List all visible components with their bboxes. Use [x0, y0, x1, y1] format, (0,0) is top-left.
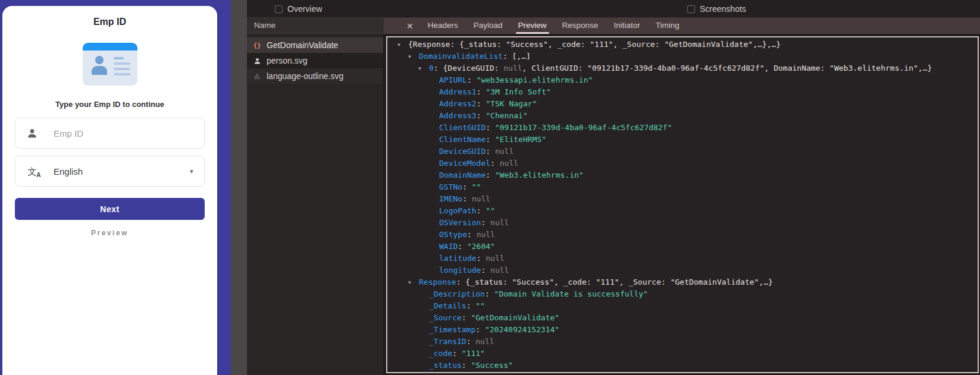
- tree-row[interactable]: ▼Response: {_status: "Success", _code: "…: [387, 276, 978, 288]
- braces-icon: {}: [252, 42, 262, 49]
- tree-row: OStype: null: [387, 229, 978, 241]
- expand-arrow-icon[interactable]: ▼: [418, 63, 429, 74]
- tree-row: DomainName: "Web3.elitehrms.in": [387, 169, 978, 181]
- tree-row: _Timestamp: "20240924152314": [387, 324, 978, 336]
- id-card-person-icon: [91, 56, 108, 78]
- network-request-list: {}GetDomainValidateperson.svglanguage-ou…: [247, 34, 384, 375]
- tree-row: Address2: "TSK Nagar": [387, 98, 978, 110]
- tree-row: ClientName: "EliteHRMS": [387, 134, 978, 146]
- expand-arrow-icon[interactable]: ▼: [397, 39, 408, 51]
- request-row[interactable]: {}GetDomainValidate: [247, 37, 383, 53]
- translate-icon: 文A: [25, 167, 39, 176]
- tree-row: ClientGUID: "09121b17-339d-4ba0-96af-4c5…: [387, 122, 978, 134]
- language-value: English: [54, 166, 189, 177]
- next-button[interactable]: Next: [15, 198, 205, 220]
- request-name: language-outline.svg: [267, 71, 343, 81]
- id-card-text-lines: [114, 56, 130, 78]
- tree-row: WAID: "2604": [387, 241, 978, 253]
- person-icon: [252, 57, 262, 65]
- tree-row: LogoPath: "": [387, 205, 978, 217]
- tree-row: _Details: "": [387, 300, 978, 312]
- tree-row: _Source: "GetDomainValidate": [387, 312, 978, 324]
- tree-row: Address1: "3M Info Soft": [387, 86, 978, 98]
- tree-row: _status: "Success": [387, 360, 978, 371]
- id-card-icon: [83, 43, 137, 86]
- image-thumbnail-icon: [252, 73, 262, 80]
- tab-initiator[interactable]: Initiator: [613, 18, 640, 34]
- screen: Emp ID Type your Emp ID to continue: [0, 0, 980, 375]
- page-title: Emp ID: [2, 17, 217, 27]
- emp-id-card: Emp ID Type your Emp ID to continue: [2, 6, 217, 375]
- emp-id-input[interactable]: [54, 128, 195, 138]
- checkbox-icon: [687, 5, 695, 13]
- chevron-down-icon[interactable]: ▼: [189, 168, 195, 175]
- close-icon[interactable]: ✕: [406, 21, 414, 31]
- id-card-icon-bar: [83, 43, 137, 51]
- request-detail-tabbar: ✕ HeadersPayloadPreviewResponseInitiator…: [384, 18, 980, 34]
- request-row[interactable]: person.svg: [247, 53, 383, 68]
- tree-row: GSTNo: "": [387, 181, 978, 193]
- request-name: person.svg: [267, 56, 307, 65]
- expand-arrow-icon[interactable]: ▼: [408, 51, 419, 62]
- emp-id-field[interactable]: [15, 118, 205, 149]
- tab-payload[interactable]: Payload: [474, 18, 503, 34]
- tree-row: latitude: null: [387, 253, 978, 264]
- tree-row: _code: "111": [387, 348, 978, 360]
- window-divider: [231, 0, 247, 375]
- tree-row: OSVersion: null: [387, 217, 978, 229]
- request-name: GetDomainValidate: [267, 40, 338, 50]
- tree-row: DeviceModel: null: [387, 157, 978, 169]
- person-icon: [25, 127, 39, 139]
- overview-checkbox[interactable]: Overview: [275, 0, 322, 18]
- tree-row: APIURL: "web3essapi.elitehrms.in": [387, 74, 978, 86]
- tree-row[interactable]: ▼0: {DeviceGUID: null, ClientGUID: "0912…: [387, 62, 978, 74]
- tab-preview[interactable]: Preview: [518, 18, 547, 34]
- network-settings-bar: Overview Screenshots: [247, 0, 980, 18]
- checkbox-icon: [275, 5, 283, 13]
- tree-row[interactable]: ▼DomainvalidateList: [,…]: [387, 51, 978, 62]
- request-row[interactable]: language-outline.svg: [247, 68, 383, 84]
- screenshots-checkbox[interactable]: Screenshots: [687, 0, 746, 18]
- tab-headers[interactable]: Headers: [428, 18, 458, 34]
- devtools-network-panel: Overview Screenshots Name ✕ HeadersPaylo…: [247, 0, 980, 375]
- tree-row: _TransID: null: [387, 336, 978, 348]
- tree-row: _Description: "Domain Validate is succes…: [387, 288, 978, 300]
- tree-row: longitude: null: [387, 264, 978, 276]
- tree-row[interactable]: ▼{Response: {_status: "Success", _code: …: [387, 39, 978, 51]
- tree-row: DeviceGUID: null: [387, 146, 978, 157]
- emp-id-app: Emp ID Type your Emp ID to continue: [0, 0, 231, 375]
- tab-response[interactable]: Response: [562, 18, 599, 34]
- tree-row: IMENo: null: [387, 193, 978, 205]
- json-preview-tree: ▼{Response: {_status: "Success", _code: …: [386, 36, 979, 373]
- tab-timing[interactable]: Timing: [656, 18, 680, 34]
- name-column-header[interactable]: Name: [247, 18, 384, 34]
- preview-pane: ▼{Response: {_status: "Success", _code: …: [384, 34, 980, 375]
- expand-arrow-icon[interactable]: ▼: [408, 277, 419, 288]
- tree-row: Address3: "Chennai": [387, 110, 978, 122]
- subtitle: Type your Emp ID to continue: [2, 100, 217, 109]
- language-select[interactable]: 文A English ▼: [15, 156, 205, 187]
- preview-watermark: Preview: [2, 229, 217, 237]
